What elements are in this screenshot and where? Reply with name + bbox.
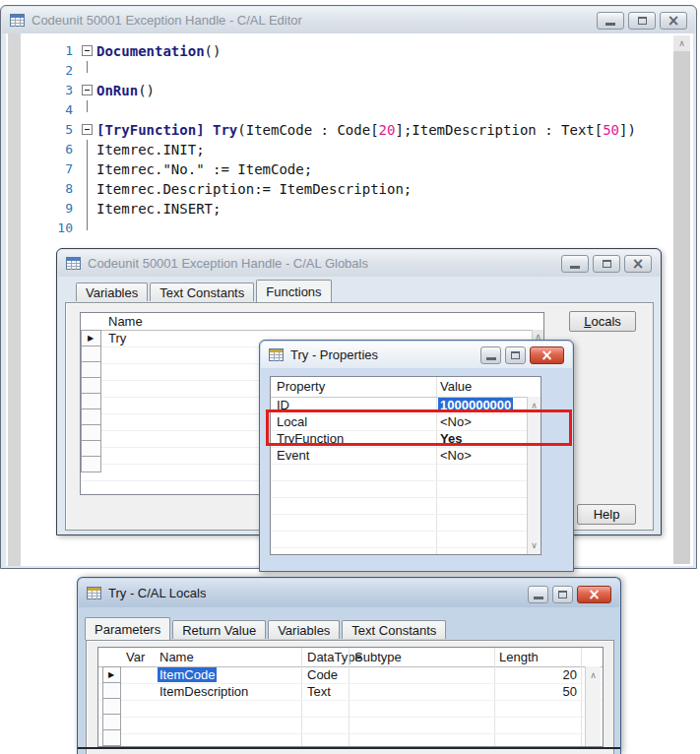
param-name-cell[interactable]: ItemDescription — [159, 684, 248, 699]
column-header-var: Var — [126, 650, 145, 664]
restore-button[interactable] — [593, 255, 620, 273]
row-selector[interactable] — [81, 346, 101, 362]
keyword: [TryFunction] Try — [96, 122, 237, 138]
minimize-button[interactable] — [561, 255, 589, 273]
scope-line — [87, 159, 88, 179]
code-line[interactable]: 2 — [6, 61, 671, 81]
fold-collapse-icon[interactable] — [82, 124, 93, 135]
row-selector[interactable] — [102, 682, 121, 699]
scope-line — [87, 219, 88, 230]
desktop: Codeunit 50001 Exception Handle - C/AL E… — [0, 0, 700, 754]
restore-button[interactable] — [628, 12, 656, 30]
row-selector[interactable] — [102, 714, 121, 730]
param-datatype-cell[interactable]: Code — [307, 667, 338, 682]
param-datatype-cell[interactable]: Text — [307, 684, 331, 699]
code-line[interactable]: 10 — [6, 219, 671, 238]
scope-line — [87, 179, 88, 199]
current-row-icon — [108, 670, 114, 679]
tab-functions[interactable]: Functions — [256, 280, 331, 302]
code-line[interactable]: 3 OnRun() — [6, 81, 671, 100]
tab-variables[interactable]: Variables — [76, 283, 148, 301]
scope-line — [87, 61, 88, 73]
param-length-cell[interactable]: 50 — [502, 684, 577, 699]
tab-text-constants[interactable]: Text Constants — [150, 283, 254, 301]
line-number: 9 — [30, 199, 73, 219]
editor-titlebar[interactable]: Codeunit 50001 Exception Handle - C/AL E… — [2, 7, 695, 33]
number-literal: 20 — [379, 122, 396, 138]
scroll-up-icon[interactable] — [586, 668, 601, 682]
code-line[interactable]: 5 [TryFunction] Try(ItemCode : Code[20];… — [6, 120, 671, 140]
column-header-value: Value — [440, 379, 472, 394]
locals-titlebar[interactable]: Try - C/AL Locals — [79, 579, 619, 607]
globals-window-title: Codeunit 50001 Exception Handle - C/AL G… — [88, 256, 368, 271]
minimize-button[interactable] — [597, 12, 624, 30]
row-selector[interactable] — [81, 440, 101, 457]
row-selector[interactable] — [81, 377, 101, 394]
code-text: Itemrec.INIT; — [96, 140, 205, 159]
row-selector[interactable] — [81, 408, 101, 425]
line-number: 10 — [30, 219, 73, 238]
restore-button[interactable] — [552, 586, 573, 603]
row-selector[interactable] — [81, 456, 101, 472]
table-grid-icon — [10, 14, 25, 27]
code-line[interactable]: 7 Itemrec."No." := ItemCode; — [6, 159, 671, 179]
locals-button[interactable]: Locals — [569, 311, 636, 332]
row-selector[interactable] — [81, 330, 101, 346]
fold-collapse-icon[interactable] — [82, 85, 93, 95]
scroll-up-icon[interactable] — [673, 35, 690, 51]
column-header-name: Name — [108, 314, 143, 329]
code-text: ]) — [619, 122, 636, 138]
table-scrollbar[interactable] — [585, 666, 601, 746]
row-selector[interactable] — [102, 698, 121, 715]
globals-titlebar[interactable]: Codeunit 50001 Exception Handle - C/AL G… — [58, 250, 660, 277]
scope-line — [87, 140, 88, 159]
tab-parameters[interactable]: Parameters — [85, 617, 170, 640]
tab-variables[interactable]: Variables — [268, 620, 340, 639]
fold-collapse-icon[interactable] — [82, 45, 93, 56]
row-selector[interactable] — [81, 393, 101, 409]
code-line[interactable]: 8 Itemrec.Description:= ItemDescription; — [6, 179, 671, 199]
properties-window-title: Try - Properties — [290, 347, 378, 362]
help-button[interactable]: Help — [577, 504, 636, 525]
table-grid-icon — [269, 348, 284, 361]
scope-line — [87, 199, 88, 219]
function-name-cell[interactable]: Try — [108, 331, 126, 346]
row-selector[interactable] — [102, 666, 121, 683]
property-name[interactable]: Event — [277, 448, 309, 463]
properties-window: Try - Properties Property Value ID 10000… — [259, 340, 574, 572]
param-name-cell[interactable]: ItemCode — [158, 667, 217, 682]
code-text: ];ItemDescription : Text[ — [395, 122, 603, 138]
properties-titlebar[interactable]: Try - Properties — [261, 342, 572, 368]
parameters-table[interactable]: Var Name DataType Subtype Length ItemCod… — [97, 647, 604, 747]
tab-text-constants[interactable]: Text Constants — [342, 620, 446, 639]
param-length-cell[interactable]: 20 — [502, 667, 577, 682]
column-header-length: Length — [499, 650, 539, 664]
code-text: () — [205, 43, 222, 59]
row-selector[interactable] — [81, 424, 101, 441]
code-line[interactable]: 9 Itemrec.INSERT; — [6, 199, 671, 219]
close-button[interactable] — [660, 12, 687, 30]
close-button[interactable] — [530, 346, 564, 364]
minimize-button[interactable] — [480, 346, 501, 364]
current-row-icon — [88, 334, 94, 343]
column-header-subtype: Subtype — [354, 650, 402, 664]
property-value[interactable]: <No> — [440, 448, 472, 463]
selected-value: ItemCode — [158, 667, 217, 682]
red-highlight-box — [266, 409, 572, 446]
close-button[interactable] — [577, 586, 611, 603]
editor-scrollbar[interactable] — [673, 35, 690, 564]
code-line[interactable]: 6 Itemrec.INIT; — [6, 140, 671, 159]
restore-button[interactable] — [505, 346, 526, 364]
code-line[interactable]: 1 Documentation() — [6, 41, 671, 61]
properties-table[interactable]: Property Value ID 1000000000 Local <No> … — [270, 376, 541, 555]
row-selector[interactable] — [81, 361, 101, 378]
tab-return-value[interactable]: Return Value — [172, 620, 266, 639]
code-line[interactable]: 4 — [6, 100, 671, 120]
row-selector[interactable] — [102, 729, 121, 746]
scroll-down-icon[interactable] — [528, 538, 541, 552]
close-button[interactable] — [624, 255, 652, 273]
scope-line — [87, 100, 88, 112]
minimize-button[interactable] — [528, 586, 548, 603]
line-number: 8 — [30, 179, 73, 199]
code-text: () — [138, 83, 155, 98]
